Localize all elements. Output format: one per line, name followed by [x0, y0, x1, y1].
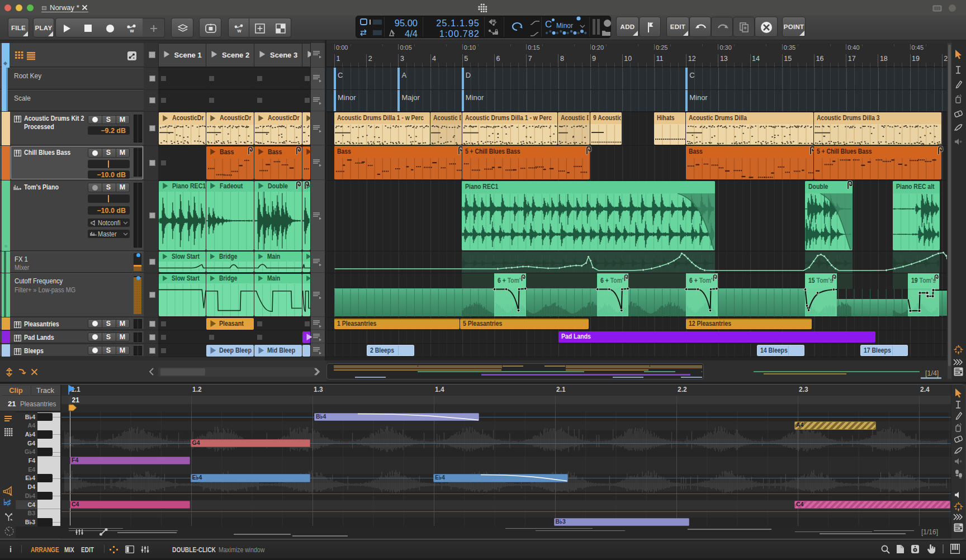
- svg-text:w: w: [129, 28, 134, 33]
- svg-text:w: w: [236, 28, 242, 33]
